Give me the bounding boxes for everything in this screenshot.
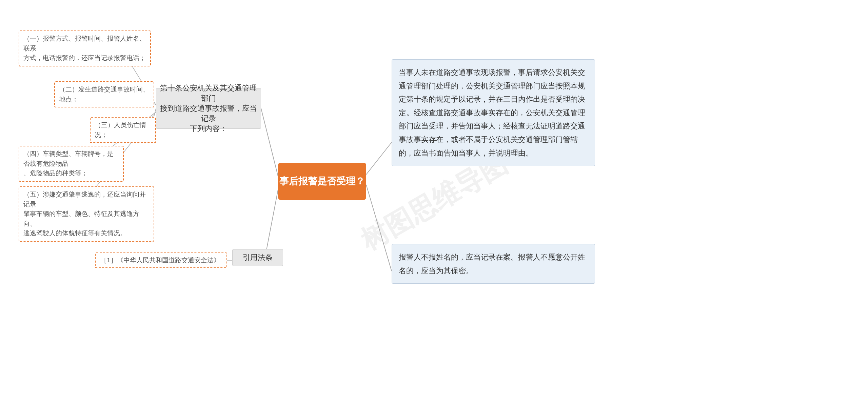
- sub-item-1: （一）报警方式、报警时间、报警人姓名、联系 方式，电话报警的，还应当记录报警电话…: [19, 31, 151, 66]
- law-citation-box: ［1］《中华人民共和国道路交通安全法》: [95, 252, 227, 268]
- ref-node: 引用法条: [232, 249, 283, 266]
- central-node: 事后报警是否受理？: [278, 163, 366, 200]
- ref-label: 引用法条: [243, 252, 273, 263]
- right-box-1-text: 当事人未在道路交通事故现场报警，事后请求公安机关交通管理部门处理的，公安机关交通…: [399, 68, 585, 157]
- right-box-1: 当事人未在道路交通事故现场报警，事后请求公安机关交通管理部门处理的，公安机关交通…: [392, 59, 595, 166]
- svg-line-0: [261, 108, 278, 176]
- sub-item-2-text: （二）发生道路交通事故时间、地点；: [59, 86, 149, 103]
- right-box-2-text: 报警人不报姓名的，应当记录在案。报警人不愿意公开姓名的，应当为其保密。: [399, 253, 585, 275]
- sub-item-5: （五）涉嫌交通肇事逃逸的，还应当询问并记录 肇事车辆的车型、颜色、特征及其逃逸方…: [19, 186, 154, 242]
- svg-line-8: [366, 142, 392, 175]
- sub-item-2: （二）发生道路交通事故时间、地点；: [54, 81, 154, 107]
- mind-map: 事后报警是否受理？ 第十条公安机关及其交通管理部门 接到道路交通事故报警，应当记…: [0, 0, 868, 405]
- sub-item-4-text: （四）车辆类型、车辆牌号，是否载有危险物品 、危险物品的种类等；: [23, 150, 114, 177]
- sub-item-4: （四）车辆类型、车辆牌号，是否载有危险物品 、危险物品的种类等；: [19, 146, 124, 182]
- sub-item-3: （三）人员伤亡情况；: [90, 117, 156, 143]
- article-label: 第十条公安机关及其交通管理部门 接到道路交通事故报警，应当记录 下列内容：: [160, 83, 257, 134]
- right-box-2: 报警人不报姓名的，应当记录在案。报警人不愿意公开姓名的，应当为其保密。: [392, 244, 595, 284]
- sub-item-1-text: （一）报警方式、报警时间、报警人姓名、联系 方式，电话报警的，还应当记录报警电话…: [23, 35, 146, 61]
- article-node: 第十条公安机关及其交通管理部门 接到道路交通事故报警，应当记录 下列内容：: [156, 88, 261, 129]
- sub-item-3-text: （三）人员伤亡情况；: [95, 121, 146, 138]
- central-label: 事后报警是否受理？: [279, 175, 365, 188]
- sub-item-5-text: （五）涉嫌交通肇事逃逸的，还应当询问并记录 肇事车辆的车型、颜色、特征及其逃逸方…: [23, 191, 146, 237]
- svg-line-9: [366, 185, 392, 271]
- law-citation-text: ［1］《中华人民共和国道路交通安全法》: [100, 256, 220, 265]
